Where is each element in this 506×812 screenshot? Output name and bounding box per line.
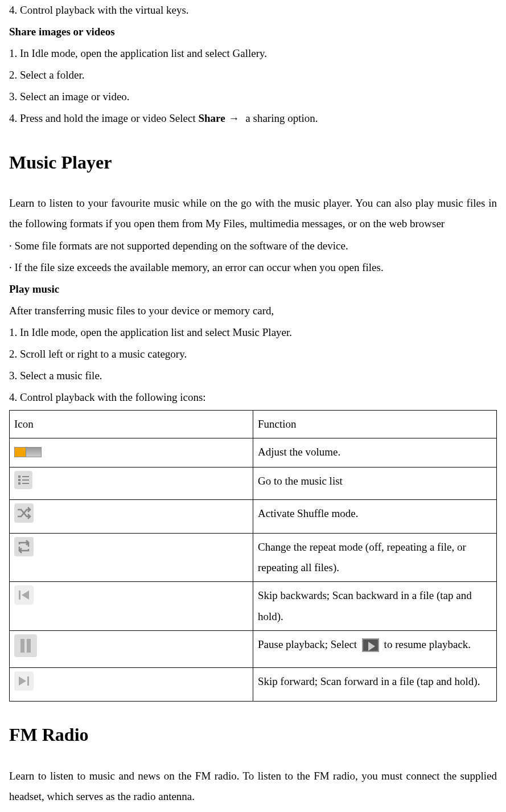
play-music-heading: Play music	[9, 279, 497, 300]
music-bullet-2: · If the file size exceeds the available…	[9, 257, 497, 278]
skip-back-icon	[14, 585, 34, 612]
volume-icon	[14, 443, 42, 464]
table-row: Go to the music list	[10, 467, 497, 500]
play-step-4: 4. Control playback with the following i…	[9, 387, 497, 408]
cell-func-list: Go to the music list	[253, 467, 497, 500]
svg-rect-7	[27, 639, 31, 653]
table-row: Pause playback; Select to resume playbac…	[10, 630, 497, 667]
pause-text-post: to resume playback.	[384, 638, 471, 650]
pause-icon	[14, 634, 37, 664]
header-icon: Icon	[10, 411, 253, 438]
table-row: Change the repeat mode (off, repeating a…	[10, 534, 497, 582]
cell-icon-list	[10, 467, 253, 500]
music-list-icon	[14, 471, 32, 496]
fm-radio-heading: FM Radio	[9, 717, 497, 752]
share-bold: Share	[198, 112, 225, 124]
fm-intro: Learn to listen to music and news on the…	[9, 766, 497, 807]
share-step-4: 4. Press and hold the image or video Sel…	[9, 108, 497, 129]
cell-icon-prev	[10, 582, 253, 630]
svg-rect-1	[14, 537, 34, 556]
cell-func-next: Skip forward; Scan forward in a file (ta…	[253, 667, 497, 701]
share-step-3: 3. Select an image or video.	[9, 87, 497, 107]
icon-table: Icon Function Adjust the volume. Go to t…	[9, 410, 497, 702]
table-header-row: Icon Function	[10, 411, 497, 438]
music-player-heading: Music Player	[9, 145, 497, 180]
share-step-2: 2. Select a folder.	[9, 65, 497, 85]
cell-func-volume: Adjust the volume.	[253, 438, 497, 467]
table-row: Activate Shuffle mode.	[10, 500, 497, 534]
svg-rect-5	[14, 634, 37, 657]
cell-func-prev: Skip backwards; Scan backward in a file …	[253, 582, 497, 630]
svg-rect-10	[27, 676, 29, 686]
cell-func-shuffle: Activate Shuffle mode.	[253, 500, 497, 534]
arrow-icon: →	[229, 108, 240, 129]
play-step-2: 2. Scroll left or right to a music categ…	[9, 344, 497, 364]
play-step-3: 3. Select a music file.	[9, 366, 497, 386]
share-heading: Share images or videos	[9, 22, 497, 42]
share-step-4-pre: 4. Press and hold the image or video Sel…	[9, 112, 198, 124]
cell-icon-shuffle	[10, 500, 253, 534]
cell-icon-repeat	[10, 534, 253, 582]
cell-icon-volume	[10, 438, 253, 467]
table-row: Skip backwards; Scan backward in a file …	[10, 582, 497, 630]
cell-func-pause: Pause playback; Select to resume playbac…	[253, 630, 497, 667]
pause-text-pre: Pause playback; Select	[258, 638, 357, 650]
music-bullet-1: · Some file formats are not supported de…	[9, 236, 497, 256]
cell-icon-pause	[10, 630, 253, 667]
cell-func-repeat: Change the repeat mode (off, repeating a…	[253, 534, 497, 582]
skip-forward-icon	[14, 671, 34, 698]
cell-icon-next	[10, 667, 253, 701]
intro-step-4: 4. Control playback with the virtual key…	[9, 0, 497, 20]
fm-listen-heading: Listen to the FM radio	[9, 808, 497, 812]
svg-rect-6	[20, 639, 24, 653]
share-step-1: 1. In Idle mode, open the application li…	[9, 43, 497, 64]
repeat-icon	[14, 537, 34, 563]
share-step-4-post: a sharing option.	[243, 112, 318, 124]
table-row: Skip forward; Scan forward in a file (ta…	[10, 667, 497, 701]
table-row: Adjust the volume.	[10, 438, 497, 467]
play-icon	[362, 638, 379, 652]
play-step-1: 1. In Idle mode, open the application li…	[9, 322, 497, 343]
play-intro: After transferring music files to your d…	[9, 301, 497, 321]
shuffle-icon	[14, 503, 34, 530]
svg-rect-3	[19, 590, 20, 600]
music-intro: Learn to listen to your favourite music …	[9, 193, 497, 234]
header-function: Function	[253, 411, 497, 438]
